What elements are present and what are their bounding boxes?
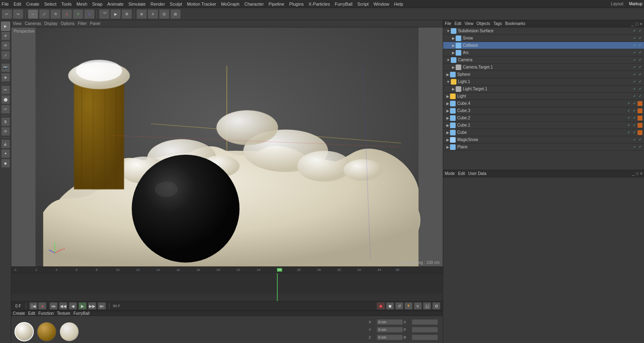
viewport[interactable]: x y Perspective Grid Spacing : 100 cm [11,27,443,266]
menu-xparticles[interactable]: X-Particles [309,2,330,6]
attr-menu-mode[interactable]: Mode [445,171,455,176]
toolbar-move[interactable]: ↔ [28,9,38,19]
attr-p-field[interactable] [412,327,438,333]
tab-create[interactable]: Create [13,311,25,316]
record-all-btn[interactable]: ⏺ [377,302,385,310]
lock-icon[interactable]: ✓ [638,65,642,70]
play-reverse-btn[interactable]: ◀ [69,302,77,310]
tool-loop[interactable]: ⟳ [1,127,10,136]
menu-file[interactable]: File [2,2,9,6]
go-end-btn[interactable]: ⏭ [98,302,106,310]
lock-icon[interactable]: ✓ [638,58,642,62]
lock-icon[interactable]: ✓ [632,123,637,128]
material-ball-mgsnos[interactable] [60,322,79,341]
expand-triangle[interactable]: ▶ [452,51,455,55]
viewport-tab-options[interactable]: Options [61,21,74,26]
menu-mograph[interactable]: MoGraph [221,2,239,6]
object-row-collision[interactable]: ▶Collision✓✓ [443,42,644,49]
visibility-icon[interactable]: ✓ [632,87,637,91]
tool-paint[interactable]: ✏ [1,85,10,94]
expand-triangle[interactable]: ▶ [446,73,449,77]
visibility-icon[interactable]: ✓ [632,50,637,55]
right-menu-objects[interactable]: Objects [477,21,490,26]
mixer-btn[interactable]: ≡ [414,302,422,310]
menu-sculpt[interactable]: Sculpt [170,2,182,6]
visibility-icon[interactable]: ✓ [632,43,637,48]
visibility-icon[interactable]: ✓ [632,94,637,99]
menu-motion-tracker[interactable]: Motion Tracker [187,2,216,6]
right-panel-max[interactable]: □ [636,21,638,26]
lock-icon[interactable]: ✓ [638,94,642,99]
tool-rotate[interactable]: ⟳ [1,41,10,50]
record-btn[interactable]: ● [38,302,46,310]
material-item-mat[interactable]: Mat [14,322,34,343]
object-row-sphere[interactable]: ▶Sphere✓✓ [443,71,644,78]
object-row-cube-1[interactable]: ▶Cube.1✓✓ [443,122,644,129]
viewport-tab-filter[interactable]: Filter [78,21,87,26]
object-row-snow[interactable]: ▶Snow✓✓ [443,35,644,42]
lock-icon[interactable]: ✓ [638,72,642,77]
tool-material[interactable]: ⬤ [1,95,10,104]
toolbar-floor[interactable]: ⊟ [159,9,169,19]
toolbar-x-axis[interactable]: X [62,9,72,19]
expand-triangle[interactable]: ▶ [446,145,449,149]
menu-plugins[interactable]: Plugins [289,2,303,6]
menu-pipeline[interactable]: Pipeline [268,2,284,6]
visibility-icon[interactable]: ✓ [632,72,637,77]
play-forward-btn[interactable]: ▶▶ [88,302,96,310]
object-row-cube-3[interactable]: ▶Cube.3✓✓ [443,107,644,114]
visibility-icon[interactable]: ✓ [632,137,637,142]
expand-triangle[interactable]: ▶ [446,102,449,106]
lock-icon[interactable]: ✓ [638,29,642,33]
menu-snap[interactable]: Snap [92,2,103,6]
material-swatch[interactable] [638,130,642,135]
menu-window[interactable]: Window [374,2,389,6]
tool-polygon[interactable]: ◆ [1,159,10,168]
right-menu-file[interactable]: File [445,21,451,26]
expand-triangle[interactable]: ▶ [446,94,449,98]
lock-icon[interactable]: ✓ [632,101,637,106]
object-row-camera-target-1[interactable]: ▶Camera.Target.1✓✓ [443,64,644,71]
object-row-plane[interactable]: ▶Plane✓✓ [443,143,644,151]
expand-triangle[interactable]: ▶ [446,123,449,127]
expand-triangle[interactable]: ▼ [446,80,450,84]
right-menu-view[interactable]: View [464,21,473,26]
attr-x-field[interactable]: 0 cm [377,319,403,325]
attr-panel-close[interactable]: × [640,171,642,176]
expand-triangle[interactable]: ▶ [452,36,455,40]
lock-icon[interactable]: ✓ [638,36,642,41]
layout-mode[interactable]: Markup [629,2,642,6]
expand-triangle[interactable]: ▼ [446,29,450,33]
prev-keyframe-btn[interactable]: |◀ [29,302,37,310]
expand-triangle[interactable]: ▶ [452,87,455,91]
visibility-icon[interactable]: ✓ [626,130,631,135]
material-swatch[interactable] [638,101,642,106]
tab-function[interactable]: Function [38,311,54,316]
viewport-tab-panel[interactable]: Panel [90,21,101,26]
lock-icon[interactable]: ✓ [632,116,637,121]
tool-select[interactable]: ▶ [1,22,10,31]
visibility-icon[interactable]: ✓ [632,36,637,41]
right-panel-close[interactable]: × [640,21,642,26]
material-swatch[interactable] [638,108,642,113]
visibility-icon[interactable]: ✓ [626,101,631,106]
menu-mesh[interactable]: Mesh [76,2,87,6]
visibility-icon[interactable]: ✓ [626,116,631,121]
expand-triangle[interactable]: ▶ [446,138,449,142]
attr-menu-userdata[interactable]: User Data [468,171,486,176]
attr-menu-edit[interactable]: Edit [458,171,465,176]
tab-texture[interactable]: Texture [57,311,70,316]
material-item-mgsnos[interactable]: MGSnos [60,322,79,343]
motion-btn[interactable]: 🏃 [405,302,413,310]
right-menu-edit[interactable]: Edit [454,21,461,26]
attr-y-field[interactable]: 0 cm [377,327,403,333]
object-row-camera[interactable]: ▼Camera✓✓ [443,56,644,64]
menu-script[interactable]: Script [357,2,369,6]
toolbar-rotate[interactable]: ⟲ [50,9,61,19]
object-row-cube[interactable]: ▶Cube✓✓ [443,129,644,136]
tool-scale[interactable]: ⤢ [1,51,10,60]
menu-help[interactable]: Help [394,2,403,6]
lock-icon[interactable]: ✓ [632,108,637,113]
attr-panel-min[interactable]: _ [632,171,635,176]
expand-triangle[interactable]: ▶ [446,116,449,120]
